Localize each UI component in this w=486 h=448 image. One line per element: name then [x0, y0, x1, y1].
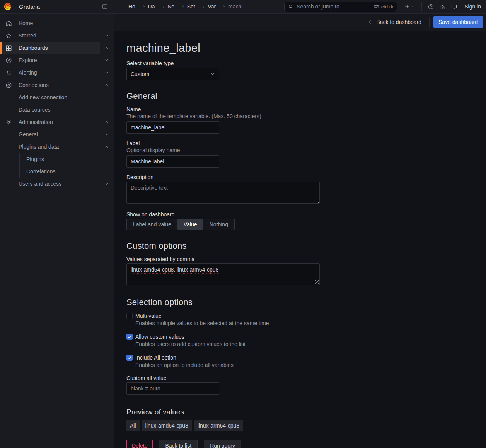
include-all-description: Enables an option to include all variabl… — [135, 362, 234, 368]
editor-actions: Delete Back to list Run query — [126, 440, 474, 448]
delete-button[interactable]: Delete — [126, 440, 153, 448]
chevron-up-icon[interactable] — [100, 42, 114, 54]
custom-all-value-field: Custom all value — [126, 375, 474, 395]
back-to-list-button[interactable]: Back to list — [159, 440, 198, 448]
label-input[interactable] — [126, 155, 219, 168]
back-to-dashboard-button[interactable]: Back to dashboard — [364, 16, 425, 28]
news-rss-icon[interactable] — [437, 1, 448, 12]
sidebar-link-dashboards[interactable]: Dashboards — [0, 42, 100, 54]
radio-value[interactable]: Value — [177, 219, 203, 230]
sidebar-item-label: Alerting — [19, 70, 37, 76]
sidebar-item-plugins-and-data: Plugins and data — [0, 141, 114, 153]
multi-value-label[interactable]: Multi-value — [135, 313, 269, 319]
chevron-down-icon[interactable] — [100, 29, 114, 42]
multi-value-checkbox[interactable] — [126, 313, 133, 319]
sidebar-item-label: Home — [19, 20, 33, 26]
sidebar-item-add-new-connection: Add new connection — [0, 91, 114, 104]
include-all-label[interactable]: Include All option — [135, 355, 234, 361]
sidebar-link-home[interactable]: Home — [0, 17, 114, 29]
description-textarea[interactable] — [126, 182, 320, 204]
variable-type-select[interactable]: Custom — [126, 68, 219, 80]
breadcrumb-dashboards[interactable]: Da... — [148, 3, 160, 10]
sidebar-link-alerting[interactable]: Alerting — [0, 66, 100, 79]
connections-plug-icon — [5, 81, 12, 89]
sidebar-link-general[interactable]: General — [0, 128, 100, 141]
sidebar-item-administration: Administration — [0, 116, 114, 128]
sidebar-item-label: General — [19, 131, 38, 137]
allow-custom-values-checkbox[interactable] — [126, 334, 133, 340]
sidebar-item-label: Plugins — [26, 156, 44, 162]
toggle-menu-icon[interactable] — [99, 1, 110, 12]
chevron-right-icon — [142, 5, 146, 9]
sign-in-button[interactable]: Sign in — [464, 3, 481, 10]
breadcrumb-dashboard-name[interactable]: Ne... — [167, 3, 179, 10]
gear-icon — [5, 119, 12, 126]
monitor-icon[interactable] — [448, 1, 460, 12]
preview-chip-all: All — [126, 420, 140, 431]
include-all-checkbox[interactable] — [126, 355, 133, 361]
name-input[interactable] — [126, 121, 219, 134]
save-dashboard-button[interactable]: Save dashboard — [433, 16, 483, 28]
chevron-down-icon — [210, 72, 215, 76]
page-toolbar: Back to dashboard Save dashboard — [114, 14, 486, 31]
chevron-up-icon[interactable] — [100, 116, 114, 128]
value-token: linux-amd64-cpu8 — [131, 266, 174, 273]
search-icon — [288, 4, 293, 9]
chevron-down-icon[interactable] — [100, 54, 114, 66]
sidebar-link-data-sources[interactable]: Data sources — [0, 104, 114, 116]
label-description: Optional display name — [126, 148, 474, 153]
breadcrumb-variables[interactable]: Var... — [208, 3, 220, 10]
sidebar-item-general: General — [0, 128, 114, 141]
show-on-dashboard-radio-group: Label and value Value Nothing — [126, 219, 235, 230]
sidebar-item-alerting: Alerting — [0, 66, 114, 79]
sidebar-item-home: Home — [0, 17, 114, 29]
chevron-down-icon[interactable] — [100, 128, 114, 141]
compass-icon — [5, 57, 12, 64]
name-field: Name The name of the template variable. … — [126, 107, 474, 134]
chevron-down-icon[interactable] — [100, 178, 114, 190]
name-description: The name of the template variable. (Max.… — [126, 114, 474, 119]
sidebar-link-correlations[interactable]: Correlations — [20, 165, 114, 178]
sidebar-link-users-and-access[interactable]: Users and access — [0, 178, 100, 190]
chevron-up-icon[interactable] — [100, 141, 114, 153]
sidebar-link-starred[interactable]: Starred — [0, 29, 100, 42]
include-all-row: Include All option Enables an option to … — [126, 355, 474, 368]
values-label: Values separated by comma — [126, 256, 474, 262]
breadcrumb-home[interactable]: Ho... — [128, 3, 140, 10]
sidebar-item-label: Connections — [19, 82, 49, 88]
radio-label-and-value[interactable]: Label and value — [127, 219, 177, 230]
breadcrumb-current: machi... — [228, 3, 247, 10]
sidebar-link-connections[interactable]: Connections — [0, 79, 100, 91]
sidebar-link-plugins-and-data[interactable]: Plugins and data — [0, 141, 100, 153]
sidebar-item-dashboards: Dashboards — [0, 42, 114, 54]
nav-right: Ho... Da... Ne... Set... Var... machi...… — [114, 0, 486, 13]
multi-value-description: Enables multiple values to be selected a… — [135, 321, 269, 326]
custom-all-value-input[interactable] — [126, 382, 219, 395]
new-menu-button[interactable] — [401, 1, 418, 12]
help-icon[interactable] — [425, 1, 437, 12]
breadcrumb-settings[interactable]: Set... — [187, 3, 200, 10]
shortcut-label: ctrl+k — [381, 4, 393, 10]
sidebar-link-explore[interactable]: Explore — [0, 54, 100, 66]
values-textarea[interactable]: linux-amd64-cpu8, linux-arm64-cpu8 — [126, 263, 320, 285]
chevron-up-icon[interactable] — [100, 79, 114, 91]
sidebar-link-plugins[interactable]: Plugins — [20, 153, 114, 165]
search-input[interactable]: Search or jump to... ctrl+k — [284, 2, 397, 12]
check-icon — [127, 334, 132, 339]
sidebar-link-administration[interactable]: Administration — [0, 116, 100, 128]
radio-nothing[interactable]: Nothing — [203, 219, 234, 230]
check-icon — [127, 355, 132, 360]
chevron-down-icon[interactable] — [100, 66, 114, 79]
selection-options-heading: Selection options — [126, 297, 474, 307]
multi-value-row: Multi-value Enables multiple values to b… — [126, 313, 474, 326]
chevron-right-icon — [161, 5, 165, 9]
sidebar-link-add-new-connection[interactable]: Add new connection — [0, 91, 114, 104]
star-icon — [5, 32, 12, 39]
sidebar-item-correlations: Correlations — [20, 165, 114, 178]
preview-heading: Preview of values — [126, 408, 474, 416]
preview-chip: linux-amd64-cpu8 — [142, 420, 192, 431]
sidebar-item-starred: Starred — [0, 29, 114, 42]
custom-all-value-label: Custom all value — [126, 375, 474, 381]
allow-custom-values-label[interactable]: Allow custom values — [135, 334, 246, 340]
run-query-button[interactable]: Run query — [204, 440, 241, 448]
